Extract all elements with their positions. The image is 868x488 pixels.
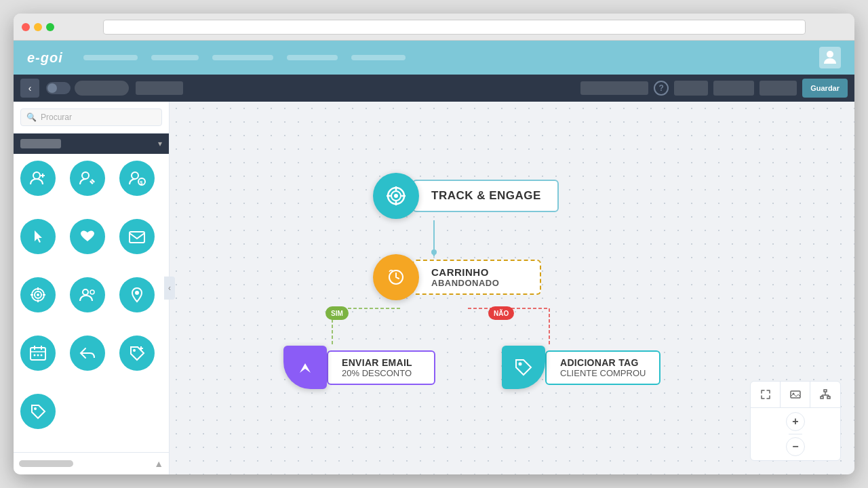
person-button[interactable] [70,277,105,312]
svg-rect-49 [824,390,827,392]
calendar-button[interactable] [20,336,56,371]
svg-point-0 [827,51,833,58]
adicionar-tag-icon [502,346,545,389]
nav-link-5[interactable] [351,55,406,60]
track-engage-label-box: TRACK & ENGAGE [412,180,559,212]
address-bar[interactable] [103,20,806,35]
edit-contact-button[interactable] [70,161,105,196]
reply-button[interactable] [70,336,105,371]
svg-point-1 [33,172,40,179]
svg-rect-47 [791,391,800,398]
svg-point-6 [132,172,138,179]
dot-red[interactable] [22,23,30,31]
nav-links [83,55,819,60]
email-button[interactable] [119,219,155,254]
browser-titlebar [14,14,854,41]
nav-link-2[interactable] [151,55,199,60]
zoom-divider [789,434,802,434]
action-btn-2[interactable] [713,81,754,96]
sidebar-collapse-button[interactable]: ‹ [164,277,175,300]
track-engage-icon [373,173,419,219]
dot-green[interactable] [46,23,54,31]
sim-badge: SIM [326,306,349,320]
carrinho-label-box: CARRINHO ABANDONADO [412,260,541,295]
enviar-email-node[interactable]: ENVIAR EMAIL 20% DESCONTO [283,346,435,389]
hierarchy-icon[interactable] [810,382,840,407]
svg-rect-51 [827,396,830,399]
sidebar: 🔍 Procurar ▾ [14,102,170,474]
avatar[interactable] [819,47,841,68]
action-btn-1[interactable] [674,81,708,96]
nav-link-4[interactable] [287,55,338,60]
location-button[interactable] [119,277,155,312]
dot-yellow[interactable] [34,23,42,31]
search-box[interactable]: 🔍 Procurar [20,108,162,126]
save-button[interactable]: Guardar [802,79,848,98]
svg-point-26 [41,354,43,357]
secondary-nav: ‹ ? Guardar [14,75,854,102]
nav-link-1[interactable] [83,55,138,60]
svg-point-17 [83,289,88,295]
track-engage-title: TRACK & ENGAGE [431,189,541,203]
expand-icon[interactable] [751,382,781,407]
target-button[interactable] [20,277,56,312]
action-btn-3[interactable] [760,81,797,96]
track-engage-node[interactable]: TRACK & ENGAGE [373,173,559,219]
top-nav: e-goi [14,41,854,75]
help-button[interactable]: ? [654,81,669,96]
progress-bar [580,81,648,95]
svg-point-46 [519,363,522,366]
mini-toolbar-top [751,382,840,408]
like-button[interactable] [70,219,105,254]
svg-point-19 [135,291,139,295]
sidebar-search: 🔍 Procurar [14,102,169,134]
svg-point-30 [34,407,37,410]
zoom-in-button[interactable]: + [786,412,805,431]
svg-rect-50 [821,396,823,399]
click-button[interactable] [20,219,56,254]
image-icon[interactable] [781,382,810,407]
back-button[interactable]: ‹ [20,79,39,98]
adicionar-tag-label-box: ADICIONAR TAG CLIENTE COMPROU [545,350,660,385]
enviar-email-label-box: ENVIAR EMAIL 20% DESCONTO [327,350,435,385]
nao-badge: NÃO [488,306,514,320]
svg-rect-20 [31,348,45,360]
carrinho-node[interactable]: CARRINHO ABANDONADO [373,254,541,300]
sidebar-bottom: ▲ [14,452,169,474]
enviar-email-title: ENVIAR EMAIL [342,357,420,368]
sidebar-category[interactable]: ▾ [14,134,169,154]
category-chevron-down-icon: ▾ [158,139,162,148]
revenue-button[interactable]: $ [119,161,155,196]
main-content: 🔍 Procurar ▾ [14,102,854,474]
toggle-switch[interactable] [46,81,129,96]
sidebar-up-icon[interactable]: ▲ [154,458,163,469]
add-contact-button[interactable] [20,161,56,196]
carrinho-icon [373,254,419,300]
svg-point-4 [82,172,89,179]
adicionar-tag-subtitle: CLIENTE COMPROU [560,368,646,378]
toggle-track [46,82,71,94]
nav-link-3[interactable] [212,55,273,60]
svg-point-12 [37,293,39,296]
app-container: e-goi ‹ [14,41,854,474]
enviar-email-subtitle: 20% DESCONTO [342,368,420,378]
carrinho-subtitle: ABANDONADO [431,278,524,288]
svg-point-24 [34,354,36,357]
carrinho-title: CARRINHO [431,266,524,278]
svg-point-18 [90,290,94,294]
sidebar-bottom-bar [19,460,73,467]
svg-point-27 [133,349,136,352]
toggle-label [75,81,129,96]
adicionar-tag-node[interactable]: ADICIONAR TAG CLIENTE COMPROU [502,346,660,389]
browser-window: e-goi ‹ [14,14,854,474]
tag-add-button[interactable] [119,336,155,371]
zoom-out-button[interactable]: − [786,437,805,456]
svg-point-40 [394,194,398,198]
browser-dots [22,23,54,31]
tag-button[interactable] [20,394,56,429]
nav-pill-label[interactable] [136,81,183,95]
search-icon: 🔍 [26,113,37,122]
search-placeholder: Procurar [41,113,72,122]
category-label [20,139,61,148]
mini-toolbar-bottom: + − [751,408,840,460]
